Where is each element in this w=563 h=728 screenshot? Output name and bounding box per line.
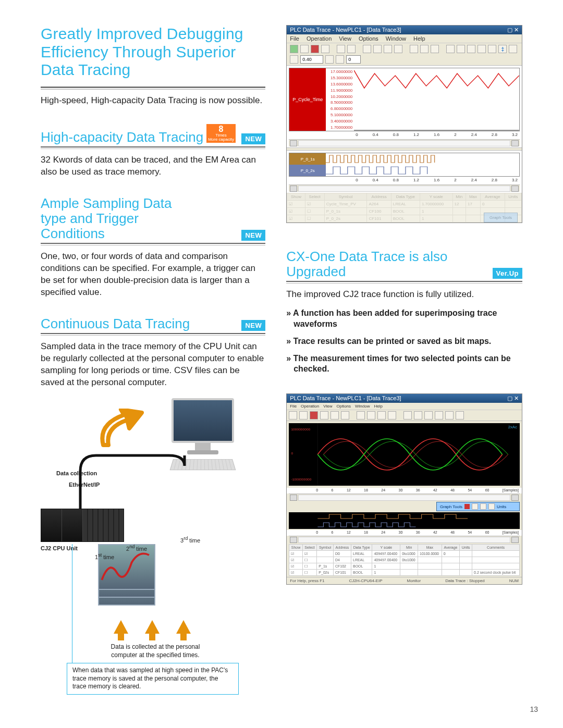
titlebar[interactable]: PLC Data Trace - NewPLC1 - [Data Trace3]… <box>287 26 522 34</box>
zoom-in-icon[interactable] <box>410 45 418 53</box>
feature-item: » Trace results can be printed or saved … <box>286 336 522 347</box>
menu-operation[interactable]: Operation <box>301 404 319 409</box>
menu-file[interactable]: File <box>290 35 299 42</box>
table-row[interactable]: ☑☑Cycle_Time_PVA264LREAL1.7000000012170 <box>287 201 522 208</box>
analog-plot[interactable] <box>354 68 519 131</box>
tool-icon[interactable] <box>457 45 465 53</box>
capacity-number: 8 <box>208 125 234 133</box>
tool-icon[interactable] <box>414 411 422 419</box>
h-scrollbar[interactable] <box>289 184 520 192</box>
tool-icon[interactable] <box>488 45 496 53</box>
menu-window[interactable]: Window <box>386 35 406 42</box>
record-icon[interactable] <box>310 411 318 419</box>
spin-input[interactable] <box>346 55 361 64</box>
tool-icon[interactable] <box>373 45 382 53</box>
tool-icon[interactable] <box>337 45 345 53</box>
zoom-input[interactable] <box>300 55 323 64</box>
titlebar[interactable]: PLC Data Trace - NewPLC1 - [Data Trace3]… <box>287 394 522 403</box>
menu-window[interactable]: Window <box>355 404 370 409</box>
scroll-right-icon[interactable] <box>511 140 519 146</box>
tool-icon[interactable] <box>300 45 309 53</box>
tool-icon[interactable] <box>435 411 443 419</box>
digital-plot[interactable] <box>326 153 519 176</box>
tool-icon[interactable] <box>377 411 386 419</box>
scroll-left-icon[interactable] <box>290 537 297 543</box>
tool-icon[interactable] <box>320 411 328 419</box>
tool-icon[interactable] <box>445 411 454 419</box>
tool-icon[interactable] <box>431 45 439 53</box>
scroll-right-icon[interactable] <box>511 537 519 543</box>
scroll-left-icon[interactable] <box>290 186 297 192</box>
window-controls[interactable]: ▢ ✕ <box>507 27 519 33</box>
trace-table[interactable]: ShowSelect SymbolAddress Data TypeY scal… <box>289 544 520 576</box>
graph-tools-panel[interactable]: Graph Tools <box>484 213 518 223</box>
h-scrollbar[interactable] <box>289 493 520 501</box>
scroll-right-icon[interactable] <box>511 186 519 192</box>
tool-icon[interactable] <box>331 411 339 419</box>
menu-view[interactable]: View <box>339 35 351 42</box>
new-badge: NEW <box>241 320 265 331</box>
tool-icon[interactable] <box>446 45 455 53</box>
tool-icon[interactable] <box>367 411 375 419</box>
tool-icon[interactable] <box>388 411 396 419</box>
tool-icon[interactable] <box>347 45 356 53</box>
tool-icon[interactable] <box>289 411 297 419</box>
tool-icon[interactable] <box>488 503 495 510</box>
graph-tools-panel[interactable]: Graph Tools Units <box>436 502 520 511</box>
record-icon[interactable] <box>311 45 319 53</box>
toolbar[interactable]: ‡ <box>287 43 522 66</box>
dropdown-icon[interactable] <box>325 55 334 64</box>
menu-help[interactable]: Help <box>374 404 382 409</box>
tool-icon[interactable] <box>467 45 475 53</box>
table-row[interactable]: ☑☑D0LREAL409497.004000to100010100.00000 <box>289 551 520 557</box>
menu-view[interactable]: View <box>323 404 332 409</box>
table-row[interactable]: ☑☐P_02sCF101BOOL10.2 second clock pulse … <box>289 570 520 576</box>
tool-icon[interactable] <box>509 45 517 53</box>
svg-text:1000000000: 1000000000 <box>291 427 311 431</box>
tool-icon[interactable]: ‡ <box>498 45 507 53</box>
scroll-right-icon[interactable] <box>511 495 519 501</box>
scroll-left-icon[interactable] <box>290 495 297 501</box>
tool-icon[interactable] <box>363 45 371 53</box>
tool-icon[interactable] <box>480 503 486 510</box>
menubar[interactable]: File Operation View Options Window Help <box>287 403 522 410</box>
tool-icon[interactable] <box>424 411 433 419</box>
color-swatch[interactable] <box>464 504 470 509</box>
tool-icon[interactable] <box>290 55 298 64</box>
feature-item: » A function has been added for superimp… <box>286 308 522 330</box>
menu-options[interactable]: Options <box>359 35 378 42</box>
tool-icon[interactable] <box>336 55 344 64</box>
tool-icon[interactable] <box>290 45 298 53</box>
h-scrollbar[interactable] <box>289 536 520 543</box>
tool-icon[interactable] <box>403 411 412 419</box>
menubar[interactable]: File Operation View Options Window Help <box>287 34 522 43</box>
tool-icon[interactable] <box>341 411 349 419</box>
tool-icon[interactable] <box>321 45 329 53</box>
menu-options[interactable]: Options <box>336 404 351 409</box>
table-row[interactable]: ☑☐P_1sCF102BOOL1 <box>289 563 520 570</box>
tool-icon[interactable] <box>394 45 402 53</box>
diagram-note: Data is collected at the personal comput… <box>103 643 207 659</box>
tool-icon[interactable] <box>384 45 392 53</box>
superimposed-plot[interactable]: 1000000000 0 -1000000000 2xAc <box>289 423 520 486</box>
data-trace-window-2: PLC Data Trace - NewPLC1 - [Data Trace3]… <box>286 393 522 585</box>
scroll-left-icon[interactable] <box>290 140 297 146</box>
zoom-out-icon[interactable] <box>420 45 429 53</box>
tool-icon[interactable] <box>357 411 365 419</box>
h-scrollbar[interactable] <box>289 139 520 146</box>
toolbar[interactable] <box>287 410 522 421</box>
callout-box: When data that was sampled at high speed… <box>67 663 239 695</box>
tool-icon[interactable] <box>472 503 478 510</box>
window-controls[interactable]: ▢ ✕ <box>507 395 519 402</box>
up-arrow-icon <box>145 620 160 634</box>
label-1st: 1st time <box>95 552 114 560</box>
tool-icon[interactable] <box>299 411 308 419</box>
tool-icon[interactable] <box>456 411 464 419</box>
menu-operation[interactable]: Operation <box>307 35 332 42</box>
tool-icon[interactable] <box>478 45 486 53</box>
menu-file[interactable]: File <box>290 404 297 409</box>
menu-help[interactable]: Help <box>413 35 425 42</box>
sec1-title: High-capacity Data Tracing <box>41 130 203 145</box>
table-row[interactable]: ☑☐D4LREAL409497.004000to1000 <box>289 557 520 563</box>
digital-plot[interactable] <box>289 512 520 529</box>
